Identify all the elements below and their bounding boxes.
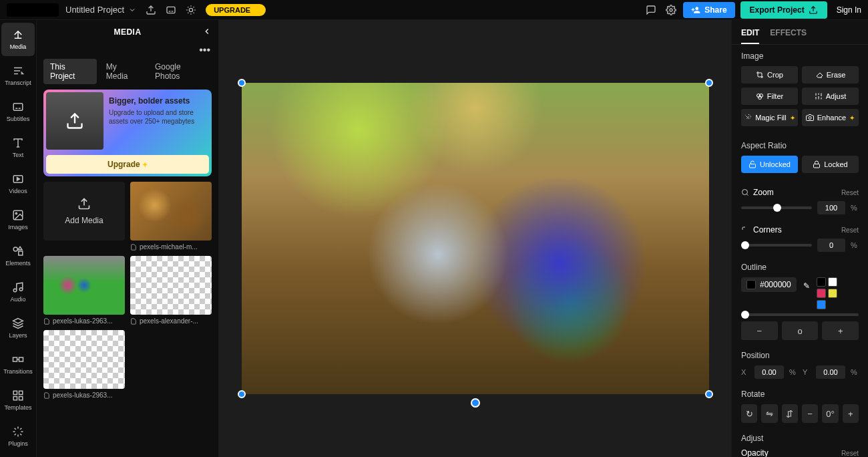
file-icon	[130, 244, 137, 251]
magic-fill-button[interactable]: Magic Fill ✦	[741, 109, 798, 126]
upload-icon[interactable]	[146, 5, 156, 15]
rail-videos[interactable]: Videos	[1, 167, 35, 200]
flip-v-icon[interactable]: ⇵	[782, 404, 798, 423]
erase-button[interactable]: Erase	[802, 66, 859, 84]
rail-transitions[interactable]: Transitions	[1, 347, 35, 381]
unlocked-button[interactable]: Unlocked	[741, 156, 798, 173]
outline-plus[interactable]: +	[822, 321, 859, 340]
corners-reset[interactable]: Reset	[841, 226, 859, 234]
canvas-frame[interactable]	[242, 83, 709, 394]
ptab-effects[interactable]: EFFECTS	[770, 28, 807, 44]
zoom-slider[interactable]	[741, 206, 812, 209]
enhance-button[interactable]: Enhance ✦	[802, 109, 859, 126]
resize-handle-bl[interactable]	[238, 390, 246, 398]
tab-this-project[interactable]: This Project	[43, 59, 97, 84]
canvas-image[interactable]	[242, 83, 709, 394]
swatch-pink[interactable]	[817, 289, 826, 298]
corners-value[interactable]: 0	[817, 239, 845, 252]
promo-upgrade-button[interactable]: Upgrade ✦	[46, 155, 209, 174]
file-icon	[43, 318, 50, 325]
outline-color-picker[interactable]: #000000	[741, 277, 797, 292]
ptab-edit[interactable]: EDIT	[741, 28, 759, 44]
theme-toggle-icon[interactable]	[186, 5, 196, 15]
rail-media[interactable]: Media	[1, 23, 35, 56]
export-project-button[interactable]: Export Project	[740, 1, 827, 19]
tab-google-photos[interactable]: Google Photos	[148, 59, 212, 84]
rotate-minus[interactable]: −	[802, 404, 818, 423]
position-y[interactable]: 0.00	[816, 365, 845, 379]
rail-images[interactable]: Images	[1, 203, 35, 237]
panel-more-button[interactable]: •••	[37, 44, 218, 59]
resize-handle-tl[interactable]	[238, 79, 246, 87]
svg-point-30	[13, 289, 17, 292]
swatch-white[interactable]	[828, 277, 837, 287]
section-image: Image	[741, 51, 859, 61]
rail-text[interactable]: Text	[1, 131, 35, 164]
filter-button[interactable]: Filter	[741, 88, 798, 105]
flip-h-icon[interactable]: ⇋	[761, 404, 777, 423]
media-thumb[interactable]	[130, 182, 212, 241]
resize-handle-br[interactable]	[705, 390, 713, 398]
zoom-reset[interactable]: Reset	[841, 189, 859, 196]
rail-subtitles[interactable]: Subtitles	[1, 95, 35, 128]
add-media-button[interactable]: Add Media	[43, 182, 125, 241]
svg-rect-53	[814, 164, 820, 168]
image-icon	[12, 209, 24, 221]
svg-point-54	[742, 190, 748, 195]
signin-link[interactable]: Sign In	[837, 5, 861, 15]
svg-line-9	[188, 7, 188, 7]
rail-audio[interactable]: Audio	[1, 275, 35, 309]
rotate-plus[interactable]: +	[843, 404, 859, 423]
svg-point-26	[15, 212, 17, 214]
rail-templates[interactable]: Templates	[1, 384, 35, 417]
project-name-text: Untitled Project	[65, 5, 124, 15]
outline-minus[interactable]: −	[741, 321, 778, 340]
rail-layers[interactable]: Layers	[1, 311, 35, 345]
tab-my-media[interactable]: My Media	[99, 59, 146, 84]
top-bar: Untitled Project UPGRADE ✦ Share Export …	[0, 0, 868, 20]
media-item[interactable]: pexels-alexander-...	[130, 256, 212, 325]
svg-line-10	[194, 12, 194, 13]
canvas-area[interactable]	[219, 20, 731, 457]
captions-icon[interactable]	[166, 5, 176, 15]
rotate-cw[interactable]: ↻	[741, 404, 757, 423]
rotate-handle[interactable]	[471, 398, 480, 408]
rail-plugins[interactable]: Plugins	[1, 420, 35, 453]
rail-elements[interactable]: Elements	[1, 239, 35, 273]
position-x[interactable]: 0.00	[754, 365, 784, 379]
adjust-button[interactable]: Adjust	[802, 88, 859, 105]
upgrade-pill[interactable]: UPGRADE ✦	[206, 4, 266, 16]
rail-transcript[interactable]: Transcript	[1, 59, 35, 92]
eyedropper-icon[interactable]: ✎	[799, 277, 814, 295]
swatch-yellow[interactable]	[828, 289, 837, 298]
locked-button[interactable]: Locked	[802, 156, 859, 173]
filter-icon	[756, 92, 764, 100]
comment-icon[interactable]	[646, 5, 656, 15]
zoom-value[interactable]: 100	[817, 201, 845, 214]
crop-button[interactable]: Crop	[741, 66, 798, 84]
swatch-blue[interactable]	[817, 300, 826, 309]
settings-icon[interactable]	[666, 5, 676, 15]
svg-rect-39	[13, 397, 17, 400]
opacity-reset[interactable]: Reset	[841, 450, 859, 457]
outline-slider[interactable]	[741, 313, 859, 316]
media-thumb[interactable]	[130, 256, 212, 315]
project-name-dropdown[interactable]: Untitled Project	[65, 5, 136, 15]
media-thumb[interactable]	[43, 256, 125, 315]
camera-icon	[806, 114, 814, 122]
transcript-icon	[12, 65, 24, 77]
resize-handle-tr[interactable]	[705, 79, 713, 87]
collapse-panel-button[interactable]	[201, 25, 213, 40]
rotate-display[interactable]: 0°	[822, 404, 838, 423]
corners-slider[interactable]	[741, 244, 812, 247]
outline-value[interactable]: o	[782, 321, 819, 340]
svg-rect-1	[167, 7, 175, 13]
media-thumb[interactable]	[43, 330, 125, 389]
media-item[interactable]: pexels-michael-m...	[130, 182, 212, 251]
promo-title: Bigger, bolder assets	[109, 96, 206, 106]
app-logo[interactable]	[7, 3, 59, 17]
swatch-black[interactable]	[817, 277, 826, 287]
media-item[interactable]: pexels-lukas-2963...	[43, 330, 125, 399]
media-item[interactable]: pexels-lukas-2963...	[43, 256, 125, 325]
share-button[interactable]: Share	[683, 2, 734, 18]
